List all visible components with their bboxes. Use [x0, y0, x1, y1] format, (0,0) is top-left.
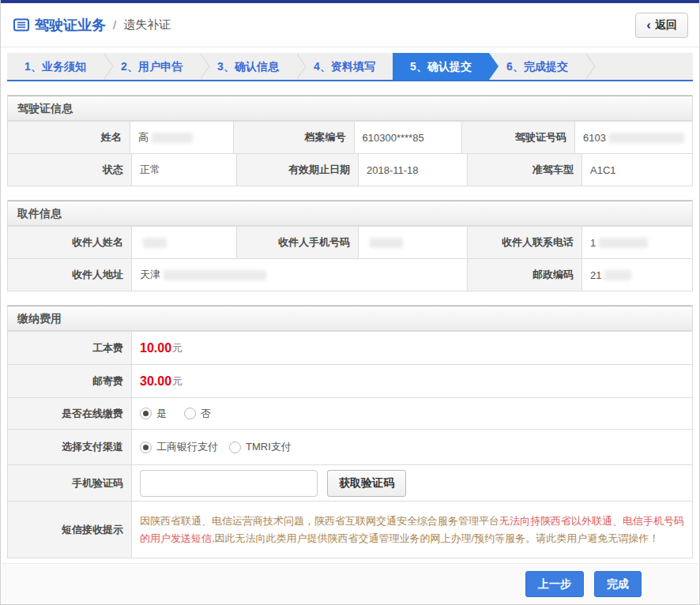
table-row: 手机验证码 获取验证码 — [8, 464, 692, 501]
radio-unselected-icon[interactable] — [184, 408, 196, 419]
status-value: 正常 — [132, 154, 237, 186]
step-3-confirm-info[interactable]: 3、确认信息 — [200, 53, 296, 80]
table-row: 姓名 高 档案编号 610300****85 驾驶证号码 6103 — [8, 121, 692, 153]
license-no-label: 驾驶证号码 — [462, 122, 575, 153]
step-wizard: 1、业务须知 2、用户申告 3、确认信息 4、资料填写 5、确认提交 6、完成提… — [7, 53, 693, 81]
name-label: 姓名 — [8, 122, 130, 153]
file-no-label: 档案编号 — [234, 122, 354, 153]
license-business-icon — [13, 18, 29, 32]
redacted-value — [143, 238, 167, 248]
postcode-label: 邮政编码 — [468, 259, 582, 291]
page-title: 驾驶证业务 — [35, 16, 106, 35]
vehicle-class-label: 准驾车型 — [468, 154, 582, 186]
page-header: 驾驶证业务 / 遗失补证 ‹ 返回 — [1, 3, 699, 47]
radio-unselected-icon[interactable] — [229, 442, 241, 453]
recipient-mobile-value — [359, 227, 468, 258]
step-6-complete-submit[interactable]: 6、完成提交 — [489, 53, 585, 80]
status-label: 状态 — [8, 154, 132, 186]
license-info-panel: 驾驶证信息 姓名 高 档案编号 610300****85 驾驶证号码 6103 … — [7, 95, 693, 186]
sms-notice-part1: 因陕西省联通、电信运营商技术问题，陕西省互联网交通安全综合服务管理平台 — [140, 515, 499, 527]
payment-title: 缴纳费用 — [8, 306, 692, 331]
license-info-title: 驾驶证信息 — [8, 96, 692, 121]
recipient-address-value: 天津 — [132, 259, 468, 291]
breadcrumb: 驾驶证业务 / 遗失补证 — [13, 16, 171, 35]
back-button-label: 返回 — [655, 18, 677, 32]
step-4-fill-data[interactable]: 4、资料填写 — [296, 53, 393, 80]
redacted-value — [604, 270, 631, 280]
table-row: 选择支付渠道 工商银行支付 TMRI支付 — [8, 429, 692, 464]
recipient-mobile-label: 收件人手机号码 — [237, 227, 359, 258]
recipient-name-label: 收件人姓名 — [8, 227, 132, 258]
sms-notice-part3: ,因此无法向此类用户提供陕西省交通管理业务的网上办理/预约等服务。请此类用户避免… — [212, 532, 659, 544]
table-row: 是否在线缴费 是 否 — [8, 397, 692, 429]
channel-tmri-label: TMRI支付 — [246, 440, 292, 454]
recipient-address-label: 收件人地址 — [8, 259, 132, 291]
sms-code-field-cell: 获取验证码 — [132, 465, 692, 501]
step-5-confirm-submit[interactable]: 5、确认提交 — [393, 53, 489, 80]
expiry-value: 2018-11-18 — [359, 154, 468, 186]
redacted-value — [599, 238, 648, 248]
postcode-value: 21 — [582, 259, 692, 291]
channel-icbc-option[interactable]: 工商银行支付 — [140, 440, 218, 454]
work-fee-value: 10.00元 — [132, 332, 692, 364]
previous-step-button[interactable]: 上一步 — [525, 571, 584, 597]
finish-button[interactable]: 完成 — [594, 571, 642, 597]
channel-icbc-label: 工商银行支付 — [156, 440, 218, 454]
recipient-name-value — [132, 227, 237, 258]
license-no-value: 6103 — [575, 122, 692, 153]
postage-fee-value: 30.00元 — [132, 365, 692, 397]
radio-selected-icon[interactable] — [140, 408, 152, 419]
sms-notice-label: 短信接收提示 — [8, 502, 132, 558]
file-no-value: 610300****85 — [355, 122, 462, 153]
sms-notice-text: 因陕西省联通、电信运营商技术问题，陕西省互联网交通安全综合服务管理平台无法向持陕… — [132, 502, 692, 558]
table-row: 工本费 10.00元 — [8, 331, 692, 364]
work-fee-label: 工本费 — [8, 332, 132, 364]
pay-online-label: 是否在线缴费 — [8, 398, 132, 429]
step-1-business-notice[interactable]: 1、业务须知 — [7, 53, 103, 80]
pay-online-options: 是 否 — [132, 398, 692, 429]
payment-channel-label: 选择支付渠道 — [8, 430, 132, 464]
step-2-user-declaration[interactable]: 2、用户申告 — [103, 53, 200, 80]
pay-online-no-label: 否 — [201, 407, 211, 421]
get-sms-code-button[interactable]: 获取验证码 — [327, 470, 406, 497]
table-row: 收件人地址 天津 邮政编码 21 — [8, 258, 692, 291]
redacted-value — [609, 133, 684, 143]
sms-code-input[interactable] — [140, 470, 318, 497]
redacted-value — [152, 133, 193, 143]
table-row: 状态 正常 有效期止日期 2018-11-18 准驾车型 A1C1 — [8, 153, 692, 186]
table-row: 收件人姓名 收件人手机号码 收件人联系电话 1 — [8, 226, 692, 258]
pay-online-yes-option[interactable]: 是 — [140, 407, 167, 421]
postage-fee-label: 邮寄费 — [8, 365, 132, 397]
table-row: 短信接收提示 因陕西省联通、电信运营商技术问题，陕西省互联网交通安全综合服务管理… — [8, 501, 692, 558]
back-button[interactable]: ‹ 返回 — [635, 13, 688, 38]
radio-selected-icon[interactable] — [140, 442, 152, 453]
expiry-label: 有效期止日期 — [237, 154, 359, 186]
redacted-value — [370, 238, 403, 248]
recipient-phone-value: 1 — [582, 227, 692, 258]
channel-tmri-option[interactable]: TMRI支付 — [229, 440, 292, 454]
vehicle-class-value: A1C1 — [582, 154, 692, 186]
action-footer: 上一步 完成 — [2, 563, 698, 604]
table-row: 邮寄费 30.00元 — [8, 364, 692, 397]
page: 驾驶证业务 / 遗失补证 ‹ 返回 1、业务须知 2、用户申告 3、确认信息 4… — [0, 0, 700, 605]
pay-online-no-option[interactable]: 否 — [184, 407, 211, 421]
sms-code-label: 手机验证码 — [8, 465, 132, 501]
pay-online-yes-label: 是 — [156, 407, 167, 421]
pickup-info-title: 取件信息 — [8, 201, 692, 226]
breadcrumb-current: 遗失补证 — [123, 17, 171, 32]
recipient-phone-label: 收件人联系电话 — [468, 227, 582, 258]
payment-channel-options: 工商银行支付 TMRI支付 — [132, 430, 692, 464]
payment-panel: 缴纳费用 工本费 10.00元 邮寄费 30.00元 是否在线缴费 是 — [7, 305, 693, 558]
redacted-value — [164, 270, 266, 280]
chevron-left-icon: ‹ — [646, 18, 651, 32]
name-value: 高 — [130, 122, 234, 153]
breadcrumb-separator: / — [113, 18, 116, 32]
pickup-info-panel: 取件信息 收件人姓名 收件人手机号码 收件人联系电话 1 收件人地址 天津 邮政… — [7, 200, 693, 291]
